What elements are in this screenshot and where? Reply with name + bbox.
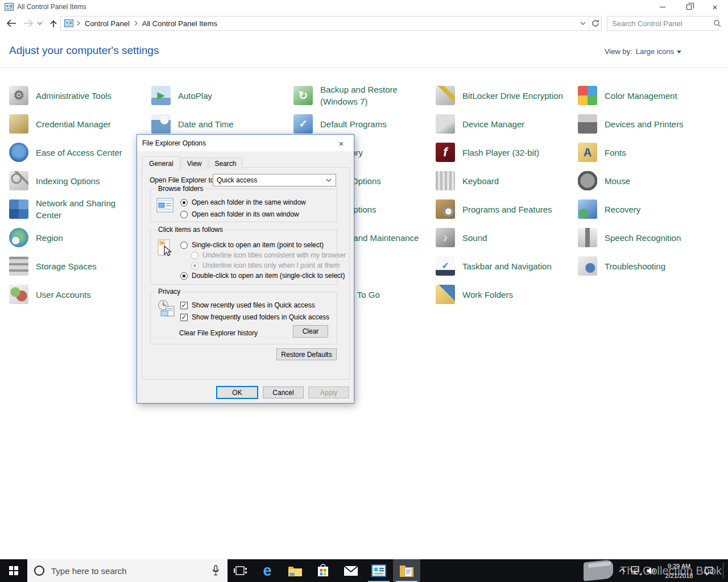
cp-item-taskbar-and-navigation[interactable]: ✓Taskbar and Navigation xyxy=(436,252,576,280)
checkbox-icon: ✓ xyxy=(180,314,188,321)
radio-double-click-to-open-an-item-single-click-to-select[interactable]: Double-click to open an item (single-cli… xyxy=(180,271,345,280)
back-arrow-icon xyxy=(6,19,16,27)
cp-item-credential-manager[interactable]: Credential Manager xyxy=(9,110,149,138)
view-by-dropdown[interactable]: Large icons xyxy=(636,47,681,56)
task-view-button[interactable] xyxy=(228,559,254,582)
chevron-down-icon xyxy=(326,178,332,182)
breadcrumb: Control PanelAll Control Panel Items xyxy=(76,19,221,28)
address-bar[interactable]: Control PanelAll Control Panel Items xyxy=(60,16,602,31)
cp-item-keyboard[interactable]: Keyboard xyxy=(436,167,576,195)
speaker-icon xyxy=(646,567,656,575)
programs-and-features-icon xyxy=(436,199,455,219)
cp-item-storage-spaces[interactable]: Storage Spaces xyxy=(9,252,149,280)
cp-item-label: Storage Spaces xyxy=(36,261,97,271)
open-to-combobox[interactable]: Quick access xyxy=(213,174,336,186)
cp-item-color-management[interactable]: Color Management xyxy=(578,81,718,110)
checkbox-show-frequently-used-folders-in-quick-access[interactable]: ✓Show frequently used folders in Quick a… xyxy=(180,313,329,322)
minimize-button[interactable] xyxy=(650,0,676,14)
ok-button[interactable]: OK xyxy=(216,386,258,399)
close-button[interactable]: × xyxy=(702,0,728,14)
cp-item-recovery[interactable]: Recovery xyxy=(578,195,718,223)
mail-icon xyxy=(344,566,358,576)
radio-single-click-to-open-an-item-point-to-select[interactable]: Single-click to open an item (point to s… xyxy=(180,240,324,250)
tab-general[interactable]: General xyxy=(142,156,180,170)
click-items-icon xyxy=(156,238,173,258)
cp-item-label: Date and Time xyxy=(178,119,234,129)
forward-button[interactable] xyxy=(22,17,35,30)
volume-tray-icon[interactable] xyxy=(644,559,657,582)
cp-item-ease-of-access-center[interactable]: Ease of Access Center xyxy=(9,138,149,167)
cp-item-device-manager[interactable]: Device Manager xyxy=(436,110,576,138)
restore-defaults-button[interactable]: Restore Defaults xyxy=(276,348,337,360)
radio-button-icon xyxy=(191,252,198,259)
cp-item-troubleshooting[interactable]: Troubleshooting xyxy=(578,252,718,280)
network-tray-icon[interactable] xyxy=(629,559,643,582)
taskbar-edge-button[interactable]: e xyxy=(254,559,281,582)
cp-item-flash-player-32-bit[interactable]: fFlash Player (32-bit) xyxy=(436,138,576,167)
cp-item-label: Mouse xyxy=(605,176,630,186)
cp-item-administrative-tools[interactable]: ⚙Administrative Tools xyxy=(9,81,149,110)
cp-item-work-folders[interactable]: Work Folders xyxy=(436,280,576,309)
show-desktop-button[interactable] xyxy=(723,563,723,579)
maximize-button[interactable] xyxy=(676,0,702,14)
cp-item-user-accounts[interactable]: User Accounts xyxy=(9,280,149,309)
flash-player-icon: f xyxy=(436,143,455,162)
file-explorer-options-dialog: File Explorer Options × GeneralViewSearc… xyxy=(136,134,354,404)
cp-item-programs-and-features[interactable]: Programs and Features xyxy=(436,195,576,223)
action-center-button[interactable] xyxy=(702,559,715,582)
cp-item-mouse[interactable]: Mouse xyxy=(578,167,718,195)
cp-item-label: Default Programs xyxy=(320,119,387,129)
refresh-button[interactable] xyxy=(589,16,601,30)
apply-button: Apply xyxy=(308,386,349,398)
taskbar-mail-button[interactable] xyxy=(337,559,365,582)
hidden-icons-button[interactable] xyxy=(618,559,627,582)
radio-open-each-folder-in-its-own-window[interactable]: Open each folder in its own window xyxy=(180,210,299,219)
recent-pages-button[interactable] xyxy=(35,17,44,30)
radio-button-icon xyxy=(180,272,188,280)
region-icon xyxy=(9,228,28,247)
option-label: Underline icon titles only when I point … xyxy=(202,261,340,269)
network-and-sharing-center-icon xyxy=(9,199,28,219)
checkbox-show-recently-used-files-in-quick-access[interactable]: ✓Show recently used files in Quick acces… xyxy=(180,301,315,310)
checkbox-icon: ✓ xyxy=(180,302,188,309)
taskbar-control-panel-button[interactable] xyxy=(365,559,392,582)
clear-button[interactable]: Clear xyxy=(293,325,328,338)
tab-search[interactable]: Search xyxy=(209,157,243,169)
control-panel-search[interactable] xyxy=(607,16,718,31)
start-button[interactable] xyxy=(0,559,27,582)
cp-item-network-and-sharing-center[interactable]: Network and Sharing Center xyxy=(9,195,149,223)
cp-item-devices-and-printers[interactable]: Devices and Printers xyxy=(578,110,718,138)
cp-item-indexing-options[interactable]: Indexing Options xyxy=(9,167,149,195)
option-label: Single-click to open an item (point to s… xyxy=(192,241,324,249)
cp-item-sound[interactable]: ♪Sound xyxy=(436,223,576,252)
cp-item-bitlocker-drive-encryption[interactable]: BitLocker Drive Encryption xyxy=(436,81,576,110)
taskbar: The Collection Book e 9:29 AM 2/21/2018 xyxy=(0,559,728,582)
back-button[interactable] xyxy=(5,17,18,30)
control-panel-window-icon xyxy=(5,2,14,11)
taskbar-store-button[interactable] xyxy=(309,559,337,582)
cp-item-region[interactable]: Region xyxy=(9,223,149,252)
microphone-icon[interactable] xyxy=(212,565,220,576)
address-dropdown-button[interactable] xyxy=(577,22,589,25)
cp-item-label: User Accounts xyxy=(36,290,91,300)
taskbar-search-input[interactable] xyxy=(50,566,212,576)
cp-item-autoplay[interactable]: ▶AutoPlay xyxy=(151,81,291,110)
up-button[interactable] xyxy=(47,17,60,30)
breadcrumb-item-all-control-panel-items[interactable]: All Control Panel Items xyxy=(139,19,221,28)
cp-item-backup-and-restore-windows-7[interactable]: ↻Backup and Restore (Windows 7) xyxy=(293,81,433,110)
option-label: Show frequently used folders in Quick ac… xyxy=(192,313,329,321)
search-input[interactable] xyxy=(607,19,713,28)
dialog-close-button[interactable]: × xyxy=(334,138,348,148)
taskbar-search[interactable] xyxy=(27,559,228,582)
indexing-options-icon xyxy=(9,171,28,190)
cp-item-fonts[interactable]: AFonts xyxy=(578,138,718,167)
taskbar-clock[interactable]: 9:29 AM 2/21/2018 xyxy=(657,562,701,580)
tab-view[interactable]: View xyxy=(181,157,208,169)
radio-open-each-folder-in-the-same-window[interactable]: Open each folder in the same window xyxy=(180,198,306,207)
taskbar-file-explorer-options-button[interactable] xyxy=(393,559,420,582)
cp-item-speech-recognition[interactable]: Speech Recognition xyxy=(578,223,718,252)
breadcrumb-item-control-panel[interactable]: Control Panel xyxy=(81,19,133,28)
taskbar-file-explorer-button[interactable] xyxy=(282,559,309,582)
cancel-button[interactable]: Cancel xyxy=(263,386,304,398)
close-icon: × xyxy=(713,3,718,11)
